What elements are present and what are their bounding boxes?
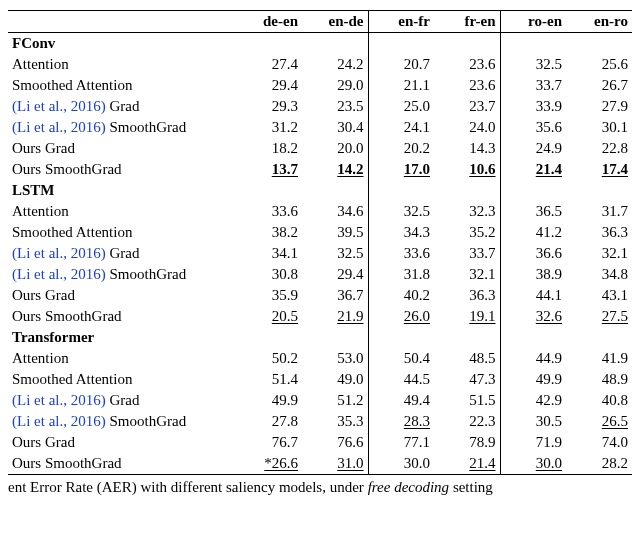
empty-cell [434,180,500,201]
value: 31.7 [594,203,628,220]
value: 78.9 [462,434,496,451]
value: 31.8 [396,266,430,283]
empty-cell [566,33,632,55]
value: 76.7 [264,434,298,451]
value-cell: 32.5 [302,243,368,264]
table-row: (Li et al., 2016) Grad49.951.249.451.542… [8,390,632,411]
value: 19.1 [462,308,496,325]
table-row: (Li et al., 2016) SmoothGrad30.829.431.8… [8,264,632,285]
citation-link[interactable]: (Li et al., 2016) [12,266,106,282]
value: 49.4 [396,392,430,409]
value-cell: 23.6 [434,75,500,96]
value-cell: 14.2 [302,159,368,180]
value-cell: 24.2 [302,54,368,75]
value-cell: 77.1 [368,432,434,453]
empty-cell [368,180,434,201]
value-cell: 33.9 [500,96,566,117]
value-cell: 25.6 [566,54,632,75]
value: 27.9 [594,98,628,115]
value: 30.0 [528,455,562,472]
value: 33.7 [462,245,496,262]
value-cell: 42.9 [500,390,566,411]
table-row: Ours Grad18.220.020.214.324.922.8 [8,138,632,159]
value-cell: 17.0 [368,159,434,180]
value-cell: 47.3 [434,369,500,390]
row-label: Ours SmoothGrad [8,159,236,180]
value: 44.9 [528,350,562,367]
value-cell: 29.4 [302,264,368,285]
value: 42.9 [528,392,562,409]
value-cell: 32.5 [368,201,434,222]
table-row: Ours Grad35.936.740.236.344.143.1 [8,285,632,306]
value-cell: 74.0 [566,432,632,453]
citation-link[interactable]: (Li et al., 2016) [12,245,106,261]
citation-link[interactable]: (Li et al., 2016) [12,413,106,429]
empty-cell [302,327,368,348]
value-cell: 51.2 [302,390,368,411]
value-cell: 33.6 [368,243,434,264]
table-row: (Li et al., 2016) Grad34.132.533.633.736… [8,243,632,264]
col-fr-en: fr-en [434,11,500,33]
value-cell: *26.6 [236,453,302,475]
value-cell: 23.5 [302,96,368,117]
value-cell: 30.4 [302,117,368,138]
value-cell: 36.6 [500,243,566,264]
value-cell: 30.8 [236,264,302,285]
value-cell: 33.6 [236,201,302,222]
value: 34.1 [264,245,298,262]
value: 30.8 [264,266,298,283]
value: 29.0 [330,77,364,94]
value-cell: 20.2 [368,138,434,159]
value: 51.2 [330,392,364,409]
col-ro-en: ro-en [500,11,566,33]
value-cell: 49.9 [500,369,566,390]
row-label: Ours Grad [8,285,236,306]
citation-link[interactable]: (Li et al., 2016) [12,98,106,114]
value-cell: 44.1 [500,285,566,306]
citation-link[interactable]: (Li et al., 2016) [12,392,106,408]
caption-p2: free decoding [368,479,450,495]
value-cell: 17.4 [566,159,632,180]
value-cell: 31.2 [236,117,302,138]
value: 34.3 [396,224,430,241]
value: 22.8 [594,140,628,157]
value-cell: 23.7 [434,96,500,117]
value-cell: 40.8 [566,390,632,411]
value-cell: 14.3 [434,138,500,159]
value-cell: 39.5 [302,222,368,243]
value-cell: 32.1 [566,243,632,264]
empty-cell [368,33,434,55]
value-cell: 30.5 [500,411,566,432]
section-label: Transformer [8,327,236,348]
value: 49.9 [264,392,298,409]
value: 49.9 [528,371,562,388]
value: 33.7 [528,77,562,94]
value-cell: 26.5 [566,411,632,432]
value: 17.4 [594,161,628,178]
row-label-suffix: Grad [106,245,140,261]
empty-cell [434,327,500,348]
empty-cell [302,33,368,55]
value: 43.1 [594,287,628,304]
value: 24.9 [528,140,562,157]
value: 38.2 [264,224,298,241]
value: 27.5 [594,308,628,325]
empty-cell [302,180,368,201]
value-cell: 49.9 [236,390,302,411]
value: 24.1 [396,119,430,136]
citation-link[interactable]: (Li et al., 2016) [12,119,106,135]
value-cell: 27.5 [566,306,632,327]
value: 26.7 [594,77,628,94]
value-cell: 76.6 [302,432,368,453]
caption: ent Error Rate (AER) with different sali… [8,479,632,496]
caption-p1: ent Error Rate (AER) with different sali… [8,479,368,495]
value-cell: 41.9 [566,348,632,369]
value: 30.4 [330,119,364,136]
value: 50.4 [396,350,430,367]
value-cell: 26.7 [566,75,632,96]
value: 51.5 [462,392,496,409]
value-cell: 27.9 [566,96,632,117]
value: 33.6 [396,245,430,262]
value: *26.6 [264,455,298,472]
value-cell: 27.8 [236,411,302,432]
